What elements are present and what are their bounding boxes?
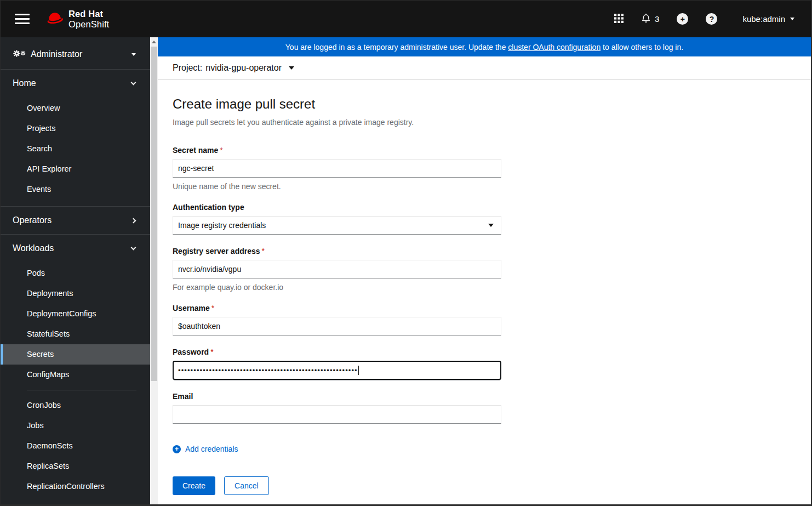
required-asterisk: * [211,304,214,312]
sidebar-item-replicationcontrollers[interactable]: ReplicationControllers [1,476,150,497]
password-label: Password* [173,348,501,356]
caret-down-icon [131,53,136,56]
add-credentials-label: Add credentials [185,445,238,453]
cluster-oauth-configuration-link[interactable]: cluster OAuth configuration [508,43,601,52]
workloads-nav-list: Pods Deployments DeploymentConfigs State… [1,263,150,497]
sidebar-item-secrets[interactable]: Secrets [1,344,150,365]
brand-name: Red Hat OpenShift [68,9,109,30]
hamburger-icon [15,14,30,15]
cancel-button[interactable]: Cancel [224,476,269,495]
registry-address-label: Registry server address* [173,247,501,255]
email-input[interactable] [173,405,501,424]
masthead: Red Hat OpenShift [1,1,811,37]
password-input[interactable]: ••••••••••••••••••••••••••••••••••••••••… [173,361,501,380]
page-description: Image pull secrets let you authenticate … [173,118,796,127]
sidebar-item-cronjobs[interactable]: CronJobs [1,395,150,416]
secret-name-input[interactable] [173,159,501,178]
page-title: Create image pull secret [173,96,796,112]
sidebar-item-events[interactable]: Events [1,179,150,200]
required-asterisk: * [220,146,222,155]
banner-text-after: to allow others to log in. [601,43,683,52]
sidebar-item-pods[interactable]: Pods [1,263,150,283]
nav-section-workloads-label: Workloads [13,243,54,253]
nav-section-home[interactable]: Home [1,70,150,97]
auth-type-group: Authentication type Image registry crede… [173,203,501,235]
sidebar-item-jobs[interactable]: Jobs [1,416,150,436]
grid-icon [614,14,624,25]
auth-type-select[interactable]: Image registry credentials [173,216,501,235]
username-label: Username* [173,304,501,312]
openshift-console-window: Red Hat OpenShift [0,0,812,506]
masthead-toolbar: 3 + ? kube:admin [605,13,798,25]
plus-circle-icon: + [677,13,688,25]
password-masked-value: ••••••••••••••••••••••••••••••••••••••••… [178,368,358,373]
create-button[interactable]: Create [173,476,215,495]
scroll-up-arrow-icon [152,41,156,43]
secret-name-label: Secret name* [173,146,501,155]
auth-type-label: Authentication type [173,203,501,212]
chevron-right-icon [131,218,136,223]
required-asterisk: * [262,247,265,255]
caret-down-icon [790,18,794,20]
perspective-label: Administrator [31,49,82,59]
username-input[interactable] [173,317,501,336]
sidebar-item-projects[interactable]: Projects [1,118,150,139]
sidebar-item-configmaps[interactable]: ConfigMaps [1,365,150,385]
brand-line-1: Red Hat [68,9,109,19]
project-value: nvidia-gpu-operator [205,63,282,73]
sidebar-item-deployments[interactable]: Deployments [1,283,150,304]
help-button[interactable]: ? [706,13,717,25]
nav-toggle-button[interactable] [12,9,33,29]
brand-logo[interactable]: Red Hat OpenShift [45,9,109,30]
create-secret-page: Create image pull secret Image pull secr… [158,80,811,495]
plus-circle-icon: + [173,445,181,453]
caret-down-icon [488,224,494,227]
auth-type-selected-value: Image registry credentials [178,221,266,230]
registry-address-input[interactable] [173,260,501,278]
image-pull-secret-form: Secret name* Unique name of the new secr… [173,146,501,495]
app-launcher-button[interactable] [614,14,624,25]
cogs-icon [13,49,26,60]
main-content: You are logged in as a temporary adminis… [158,37,811,504]
sidebar-item-statefulsets[interactable]: StatefulSets [1,324,150,344]
brand-line-2: OpenShift [68,19,109,30]
project-selector[interactable]: Project: nvidia-gpu-operator [173,63,294,73]
quick-create-button[interactable]: + [677,13,688,25]
notification-count-badge: 3 [655,14,659,24]
question-circle-icon: ? [706,13,717,25]
scrollbar-thumb[interactable] [151,47,157,381]
banner-text-before: You are logged in as a temporary adminis… [285,43,508,52]
scrollbar-up-button[interactable] [150,37,158,46]
form-actions: Create Cancel [173,476,501,495]
sidebar-item-api-explorer[interactable]: API Explorer [1,159,150,179]
home-nav-list: Overview Projects Search API Explorer Ev… [1,98,150,200]
nav-section-workloads[interactable]: Workloads [1,235,150,262]
text-cursor [358,366,359,375]
user-menu[interactable]: kube:admin [739,14,798,24]
user-menu-label: kube:admin [742,14,785,24]
registry-address-helper: For example quay.io or docker.io [173,283,501,292]
divider [27,390,136,390]
redhat-fedora-icon [45,10,65,28]
sidebar-item-overview[interactable]: Overview [1,98,150,118]
nav-section-operators[interactable]: Operators [1,207,150,234]
add-credentials-button[interactable]: + Add credentials [173,445,238,453]
notifications-button[interactable]: 3 [641,13,659,25]
secret-name-group: Secret name* Unique name of the new secr… [173,146,501,191]
temporary-admin-banner: You are logged in as a temporary adminis… [158,37,811,56]
password-group: Password* ••••••••••••••••••••••••••••••… [173,348,501,380]
secret-name-helper: Unique name of the new secret. [173,182,501,191]
sidebar-item-search[interactable]: Search [1,139,150,159]
sidebar-scrollbar[interactable] [150,37,158,504]
project-label: Project: [173,63,202,73]
username-group: Username* [173,304,501,336]
chevron-down-icon [131,79,136,85]
bell-icon [641,13,651,25]
registry-address-group: Registry server address* For example qua… [173,247,501,292]
chevron-down-icon [131,245,136,250]
sidebar-item-daemonsets[interactable]: DaemonSets [1,436,150,456]
sidebar-item-replicasets[interactable]: ReplicaSets [1,456,150,476]
sidebar-item-deploymentconfigs[interactable]: DeploymentConfigs [1,304,150,324]
perspective-switcher[interactable]: Administrator [1,37,150,69]
nav-section-operators-label: Operators [13,215,52,225]
